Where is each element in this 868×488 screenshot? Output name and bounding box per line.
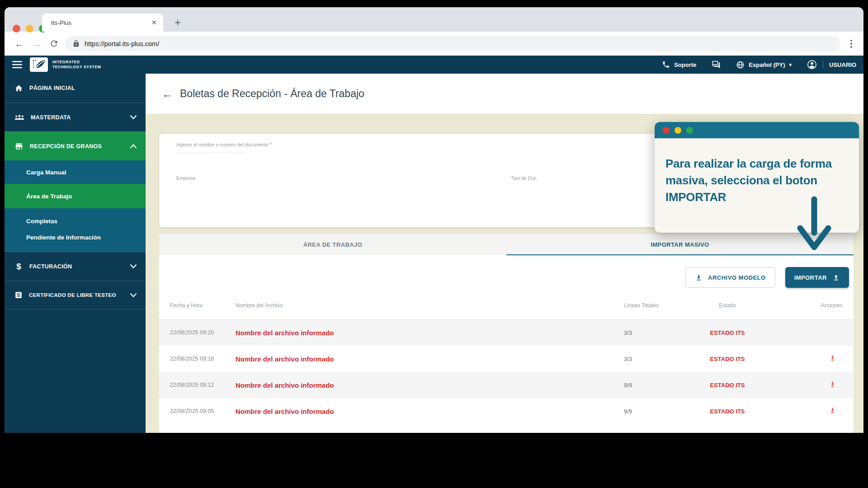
store-icon	[14, 142, 24, 151]
sidebar-item-facturacion[interactable]: $ FACTURACIÓN	[5, 252, 146, 281]
url-input[interactable]: https://portal.its-plus.com/	[65, 36, 840, 52]
row-estado: ESTADO ITS	[689, 408, 766, 415]
browser-tab-title: Its-Plus	[51, 19, 151, 26]
home-icon	[14, 84, 23, 93]
globe-icon	[736, 61, 745, 69]
browser-urlbar: ← → https://portal.its-plus.com/	[5, 32, 863, 56]
app-logo: INTEGRATED TECHNOLOGY SYSTEM	[30, 57, 101, 72]
table-row: 22/08/2025 09:20 Nombre del archivo info…	[159, 319, 854, 346]
minimize-window-button[interactable]	[26, 25, 33, 33]
new-tab-button[interactable]: +	[171, 16, 184, 29]
archivo-modelo-button[interactable]: ARCHIVO MODELO	[685, 267, 775, 288]
callout-red-dot	[663, 127, 670, 134]
row-lineas: 9/9	[617, 382, 689, 389]
hamburger-menu-button[interactable]	[5, 61, 30, 68]
row-filename-link[interactable]: Nombre del archivo informado	[236, 381, 617, 389]
row-fecha: 22/08/2025 09:20	[170, 329, 236, 336]
header-estado: Estado	[689, 302, 766, 309]
download-icon	[829, 380, 836, 389]
soporte-button[interactable]: Soporte	[662, 61, 696, 69]
divider	[823, 61, 823, 68]
actions-row: ARCHIVO MODELO IMPORTAR	[159, 255, 854, 288]
empresa-field-label: Empresa	[176, 175, 195, 181]
messages-button[interactable]	[712, 60, 721, 69]
download-icon	[829, 406, 836, 415]
table-row: 22/08/2025 09:05 Nombre del archivo info…	[159, 398, 854, 424]
screenshot-stage: Its-Plus ✕ + ← → https://portal.its-plus…	[0, 0, 868, 488]
tab-close-icon[interactable]: ✕	[151, 19, 157, 27]
table-header-row: Fecha y Hora Nombre del Archivo Líneas T…	[159, 291, 854, 319]
header-fecha: Fecha y Hora	[170, 302, 236, 309]
sidebar-item-pendiente-de-informacion[interactable]: Pendiente de Información	[5, 229, 146, 245]
chevron-down-icon	[130, 115, 137, 119]
importar-button[interactable]: IMPORTAR	[785, 267, 849, 288]
forward-button[interactable]: →	[28, 35, 45, 52]
kebab-menu-icon	[850, 40, 852, 48]
callout-green-dot	[686, 127, 693, 134]
table-row: 22/08/2025 09:18 Nombre del archivo info…	[159, 346, 854, 372]
callout-titlebar	[655, 122, 859, 138]
user-avatar-icon	[807, 60, 817, 70]
back-arrow-button[interactable]: ←	[162, 88, 173, 100]
page-title: Boletas de Recepción - Área de Trabajo	[180, 88, 364, 100]
main-content: ← Boletas de Recepción - Área de Trabajo…	[146, 74, 863, 433]
row-filename-link[interactable]: Nombre del archivo informado	[236, 408, 617, 415]
browser-window: Its-Plus ✕ + ← → https://portal.its-plus…	[5, 7, 863, 433]
row-download-button[interactable]	[766, 380, 843, 390]
sidebar-item-carga-manual[interactable]: Carga Manual	[5, 160, 146, 184]
language-selector[interactable]: Español (PY) ▾	[736, 61, 792, 69]
url-text: https://portal.its-plus.com/	[85, 40, 159, 47]
document-icon	[14, 291, 23, 299]
lock-icon	[72, 40, 80, 47]
tab-area-de-trabajo[interactable]: ÁREA DE TRABAJO	[159, 234, 506, 255]
header-actions: Soporte Español (PY) ▾ USUARIO	[662, 60, 863, 70]
row-lineas: 9/9	[617, 408, 689, 415]
close-window-button[interactable]	[13, 25, 20, 33]
language-label: Español (PY)	[749, 61, 785, 68]
sidebar-item-masterdata[interactable]: MASTERDATA	[5, 103, 146, 131]
recepcion-submenu: Carga Manual Área de Trabajo Completas P…	[5, 160, 146, 252]
sidebar-item-completas[interactable]: Completas	[5, 213, 146, 229]
user-menu[interactable]: USUARIO	[807, 60, 856, 70]
hamburger-icon	[12, 61, 22, 68]
app-header: INTEGRATED TECHNOLOGY SYSTEM Soporte Esp…	[5, 56, 863, 74]
sidebar-item-area-de-trabajo[interactable]: Área de Trabajo	[5, 184, 146, 208]
sidebar-item-recepcion-de-granos[interactable]: RECEPCIÓN DE GRANOS	[5, 131, 146, 160]
row-download-button[interactable]	[766, 406, 843, 416]
row-fecha: 22/08/2025 09:05	[170, 408, 236, 414]
page-titlebar: ← Boletas de Recepción - Área de Trabajo	[146, 74, 863, 114]
importar-masivo-panel: ARCHIVO MODELO IMPORTAR Fecha y Hora Nom…	[159, 255, 854, 433]
traffic-lights	[13, 25, 47, 33]
row-filename-link[interactable]: Nombre del archivo informado	[236, 329, 617, 337]
row-fecha: 22/08/2025 09:12	[170, 382, 236, 388]
documento-input[interactable]	[176, 153, 244, 153]
dollar-icon: $	[14, 262, 23, 272]
header-lineas: Líneas Totales	[617, 302, 689, 309]
browser-tab[interactable]: Its-Plus ✕	[42, 14, 163, 32]
row-lineas: 3/3	[617, 356, 689, 362]
phone-icon	[662, 61, 670, 69]
refresh-icon	[49, 39, 59, 48]
empresa-input[interactable]	[176, 186, 244, 187]
header-nombre: Nombre del Archivo	[236, 302, 617, 309]
back-button[interactable]: ←	[11, 35, 28, 52]
leaf-logo-icon	[30, 57, 48, 72]
row-download-button[interactable]	[766, 354, 843, 364]
documento-field-label: Ingrese el nombre o numero del documento…	[176, 142, 272, 147]
chevron-up-icon	[130, 144, 137, 148]
soporte-label: Soporte	[674, 61, 696, 68]
sidebar-nav: PÁGINA INICIAL MASTERDATA RECEPCIÓN DE G…	[5, 74, 146, 433]
row-estado: ESTADO ITS	[689, 382, 766, 389]
caret-down-icon: ▾	[789, 62, 792, 68]
workspace-tabs: ÁREA DE TRABAJO IMPORTAR MASIVO	[159, 234, 854, 255]
table-row: 22/08/2025 09:12 Nombre del archivo info…	[159, 372, 854, 398]
row-filename-link[interactable]: Nombre del archivo informado	[236, 355, 617, 363]
browser-menu-button[interactable]	[846, 40, 857, 48]
sidebar-item-pagina-inicial[interactable]: PÁGINA INICIAL	[5, 74, 146, 103]
tipo-doc-field-label: Tipo de Doc.	[511, 175, 538, 181]
browser-tabstrip: Its-Plus ✕ +	[5, 7, 863, 32]
refresh-button[interactable]	[45, 35, 62, 52]
row-estado: ESTADO ITS	[689, 356, 766, 362]
sidebar-item-certificado-libre-testeo[interactable]: CERTIFICADO DE LIBRE TESTEO	[5, 281, 146, 310]
header-acciones: Acciones	[766, 302, 843, 309]
